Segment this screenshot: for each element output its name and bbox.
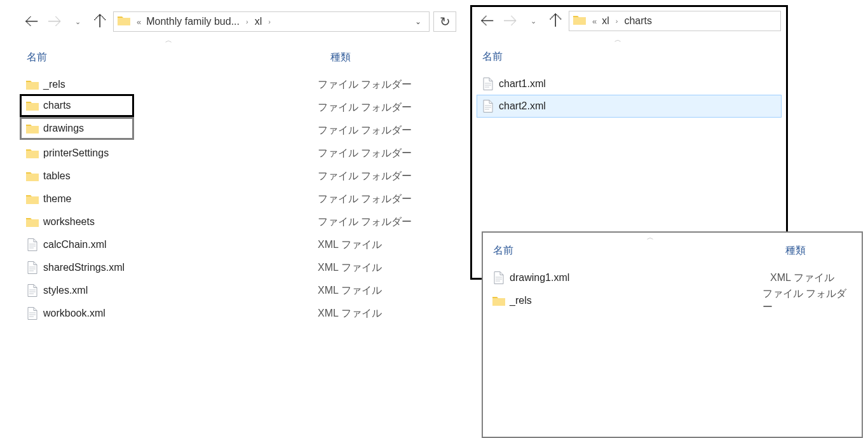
- item-name: tables: [41, 170, 71, 182]
- item-type: ファイル フォルダー: [318, 78, 412, 92]
- item-type: ファイル フォルダー: [318, 147, 412, 160]
- sort-indicator-row: ︿: [483, 233, 862, 239]
- file-icon: [24, 305, 41, 322]
- list-item[interactable]: themeファイル フォルダー: [22, 188, 456, 210]
- list-item[interactable]: drawings: [20, 117, 134, 140]
- chevron-right-icon[interactable]: ›: [243, 18, 251, 25]
- list-item[interactable]: chart1.xml: [477, 72, 781, 95]
- list-item[interactable]: sharedStrings.xmlXML ファイル: [22, 256, 456, 279]
- item-type: ファイル フォルダー: [763, 287, 854, 314]
- sort-indicator-row: ︿: [17, 36, 461, 46]
- item-name: chart2.xml: [496, 100, 546, 112]
- chevron-right-icon[interactable]: ›: [266, 18, 273, 25]
- column-header-name[interactable]: 名前: [22, 48, 325, 67]
- item-type: XML ファイル: [318, 307, 382, 320]
- folder-icon: [491, 292, 507, 309]
- item-name: _rels: [41, 79, 65, 90]
- file-list: _relsファイル フォルダーchartsファイル フォルダーdrawingsフ…: [17, 69, 461, 329]
- file-icon: [480, 76, 496, 92]
- folder-icon: [24, 145, 41, 161]
- breadcrumb-prefix: «: [591, 17, 598, 26]
- item-type: XML ファイル: [770, 271, 834, 285]
- column-header-type[interactable]: 種類: [325, 48, 456, 67]
- item-type: XML ファイル: [318, 238, 382, 252]
- breadcrumb-segment[interactable]: xl: [600, 15, 611, 27]
- item-name: calcChain.xml: [41, 239, 107, 250]
- folder-icon: [24, 191, 41, 207]
- list-item[interactable]: tablesファイル フォルダー: [22, 165, 456, 188]
- sort-caret-icon: ︿: [647, 233, 654, 242]
- item-name: worksheets: [41, 216, 95, 228]
- sort-indicator-row: ︿: [472, 35, 786, 45]
- item-name: charts: [41, 100, 71, 111]
- item-type: ファイル フォルダー: [318, 216, 412, 229]
- item-name: styles.xml: [41, 285, 88, 296]
- navbar: 🡠 🡢 ⌄ 🡡 « Monthly family bud... › xl › ⌄…: [17, 8, 461, 36]
- item-name: drawings: [41, 123, 84, 134]
- file-icon: [24, 259, 41, 276]
- item-name: theme: [41, 193, 71, 205]
- sort-caret-icon: ︿: [614, 35, 621, 44]
- item-type: ファイル フォルダー: [318, 101, 412, 114]
- explorer-window-main: 🡠 🡢 ⌄ 🡡 « Monthly family bud... › xl › ⌄…: [17, 8, 461, 364]
- column-header-type[interactable]: 種類: [780, 242, 857, 260]
- list-item[interactable]: workbook.xmlXML ファイル: [22, 302, 456, 325]
- address-dropdown[interactable]: ⌄: [411, 17, 425, 26]
- folder-icon: [24, 76, 41, 93]
- list-item[interactable]: drawing1.xmlXML ファイル: [488, 266, 857, 289]
- file-list: chart1.xmlchart2.xml: [472, 69, 786, 121]
- breadcrumb-segment[interactable]: Monthly family bud...: [145, 16, 241, 27]
- list-item[interactable]: printerSettingsファイル フォルダー: [22, 142, 456, 165]
- list-item[interactable]: chart2.xml: [477, 95, 782, 118]
- list-item[interactable]: worksheetsファイル フォルダー: [22, 210, 456, 233]
- item-name: drawing1.xml: [507, 272, 569, 284]
- breadcrumb-segment[interactable]: xl: [254, 16, 264, 27]
- item-type: XML ファイル: [318, 284, 382, 298]
- sort-caret-icon: ︿: [165, 36, 172, 45]
- folder-icon: [573, 15, 586, 27]
- item-name: chart1.xml: [496, 78, 546, 90]
- folder-icon: [24, 214, 41, 230]
- folder-icon: [24, 168, 41, 184]
- up-button[interactable]: 🡡: [90, 11, 111, 32]
- file-icon: [24, 282, 41, 299]
- folder-icon: [118, 15, 130, 28]
- forward-button: 🡢: [44, 11, 65, 32]
- chevron-right-icon[interactable]: ›: [613, 17, 621, 25]
- item-name: workbook.xml: [41, 308, 105, 319]
- list-item[interactable]: charts: [20, 94, 134, 117]
- column-header-name[interactable]: 名前: [488, 242, 780, 260]
- navbar: 🡠 🡢 ⌄ 🡡 « xl › charts: [472, 7, 786, 35]
- item-type: ファイル フォルダー: [318, 193, 412, 206]
- list-item[interactable]: styles.xmlXML ファイル: [22, 279, 456, 302]
- column-headers: 名前 種類: [17, 46, 461, 69]
- explorer-window-drawings: ︿ 名前 種類 drawing1.xmlXML ファイル_relsファイル フォ…: [482, 231, 863, 438]
- back-button[interactable]: 🡠: [477, 11, 498, 31]
- file-icon: [491, 270, 507, 286]
- column-header-name[interactable]: 名前: [477, 48, 744, 66]
- item-type: ファイル フォルダー: [318, 124, 412, 137]
- list-item[interactable]: calcChain.xmlXML ファイル: [22, 233, 456, 256]
- column-headers: 名前: [472, 45, 786, 69]
- breadcrumb-segment[interactable]: charts: [623, 15, 653, 27]
- file-icon: [480, 98, 496, 114]
- address-bar[interactable]: « Monthly family bud... › xl › ⌄: [113, 11, 430, 32]
- list-item[interactable]: _relsファイル フォルダー: [22, 73, 456, 96]
- item-name: sharedStrings.xml: [41, 262, 125, 273]
- history-dropdown[interactable]: ⌄: [523, 11, 543, 31]
- forward-button: 🡢: [500, 11, 520, 31]
- item-type: XML ファイル: [318, 261, 382, 275]
- history-dropdown[interactable]: ⌄: [67, 11, 88, 32]
- item-name: _rels: [507, 295, 532, 306]
- breadcrumb-prefix: «: [135, 17, 142, 27]
- file-icon: [24, 236, 41, 253]
- item-name: printerSettings: [41, 147, 109, 159]
- list-item[interactable]: _relsファイル フォルダー: [488, 289, 857, 312]
- refresh-button[interactable]: ↻: [433, 11, 456, 32]
- back-button[interactable]: 🡠: [22, 11, 42, 32]
- file-list: drawing1.xmlXML ファイル_relsファイル フォルダー: [483, 263, 862, 316]
- folder-icon: [24, 120, 41, 137]
- column-headers: 名前 種類: [483, 239, 862, 263]
- up-button[interactable]: 🡡: [546, 11, 566, 31]
- address-bar[interactable]: « xl › charts: [569, 11, 781, 31]
